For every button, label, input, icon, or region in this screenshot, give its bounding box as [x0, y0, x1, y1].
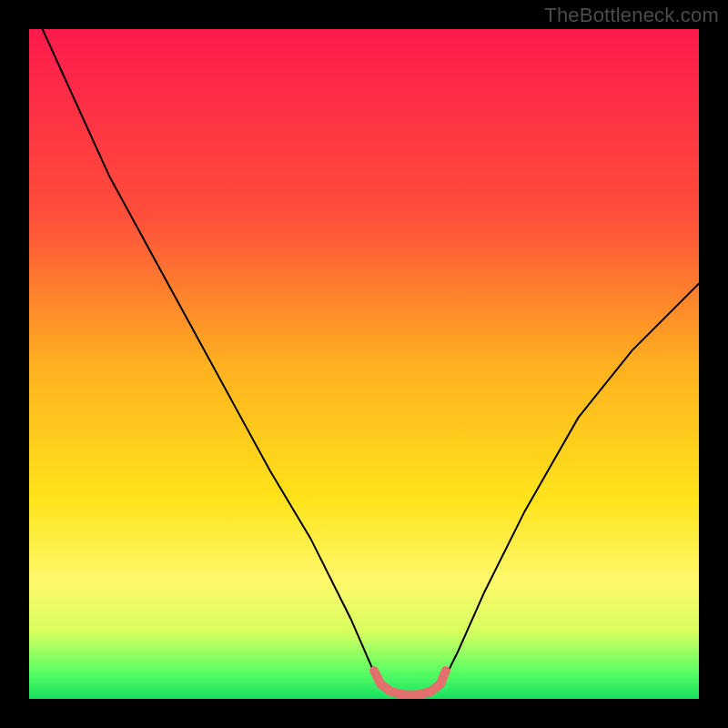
chart-frame: TheBottleneck.com: [0, 0, 728, 728]
plot-area: [29, 29, 699, 699]
gradient-background: [29, 29, 699, 699]
watermark-text: TheBottleneck.com: [544, 4, 719, 27]
chart-svg: [29, 29, 699, 699]
